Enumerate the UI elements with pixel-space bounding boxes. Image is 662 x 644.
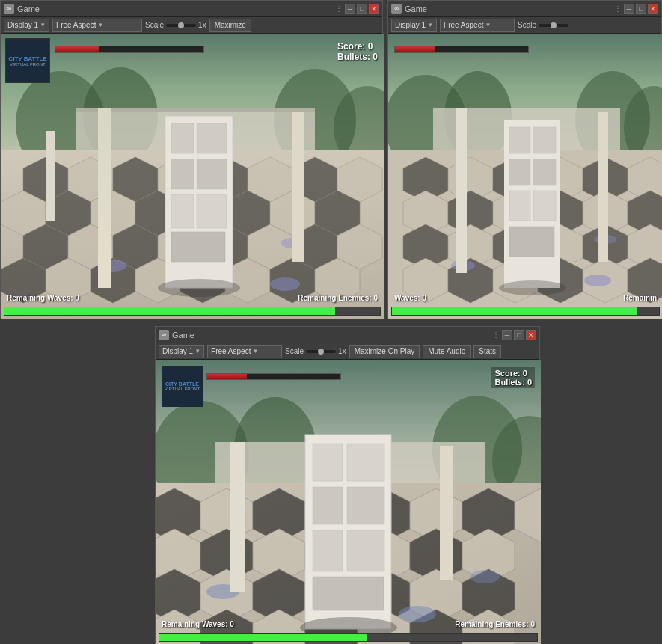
close-btn-2[interactable]: ✕: [648, 4, 658, 14]
title-controls-1: ⋮ ─ □ ✕: [335, 4, 379, 14]
scene-2: [388, 34, 662, 319]
svg-point-55: [158, 279, 240, 297]
game-icon-3: ∞: [159, 330, 169, 340]
svg-rect-52: [171, 194, 194, 228]
scale-slider-1[interactable]: [166, 24, 196, 27]
toolbar-1: Display 1 ▼ Free Aspect ▼ Scale 1x Maxim…: [1, 17, 382, 34]
svg-rect-54: [171, 232, 225, 262]
svg-rect-99: [533, 191, 556, 221]
svg-rect-148: [313, 487, 343, 524]
dots-icon-3: ⋮: [492, 331, 500, 339]
aspect-dropdown-3[interactable]: Free Aspect ▼: [207, 345, 282, 358]
scale-control-2: Scale: [518, 21, 568, 29]
svg-rect-95: [533, 127, 556, 153]
minimize-btn-1[interactable]: ─: [345, 4, 355, 14]
mute-audio-btn-3[interactable]: Mute Audio: [423, 345, 471, 358]
close-btn-3[interactable]: ✕: [526, 330, 536, 340]
title-bar-3: ∞ Game ⋮ ─ □ ✕: [156, 327, 539, 343]
svg-point-101: [499, 280, 566, 295]
svg-rect-48: [171, 123, 194, 153]
svg-rect-49: [197, 123, 227, 153]
window-title-1: Game: [17, 4, 332, 13]
scale-control-3: Scale 1x: [285, 347, 346, 355]
title-bar-2: ∞ Game ⋮ ─ □ ✕: [388, 1, 661, 17]
scale-slider-3[interactable]: [306, 350, 336, 353]
window-title-2: Game: [405, 4, 611, 13]
svg-point-153: [300, 617, 397, 638]
viewport-2: Waves: 0 Remainin: [388, 34, 662, 319]
scene-3: [156, 360, 541, 644]
svg-rect-152: [313, 577, 384, 610]
title-bar-1: ∞ Game ⋮ ─ □ ✕: [1, 1, 382, 17]
maximize-play-btn-3[interactable]: Maximize On Play: [349, 345, 420, 358]
viewport-3: CITY BATTLE VIRTUAL FRONT Score: 0 Bulle…: [156, 360, 541, 644]
svg-rect-91: [456, 108, 467, 273]
svg-rect-50: [171, 159, 194, 189]
svg-rect-97: [533, 159, 556, 185]
minimize-btn-3[interactable]: ─: [502, 330, 512, 340]
svg-rect-146: [313, 444, 343, 481]
svg-rect-150: [313, 530, 343, 571]
scale-value-1: 1x: [198, 21, 206, 29]
svg-rect-45: [292, 112, 304, 262]
svg-rect-51: [197, 159, 227, 189]
svg-rect-98: [509, 191, 530, 221]
svg-rect-149: [347, 487, 384, 524]
svg-rect-94: [509, 127, 530, 153]
svg-rect-141: [230, 442, 245, 592]
svg-rect-142: [440, 446, 453, 580]
game-window-1: ∞ Game ⋮ ─ □ ✕ Display 1 ▼ Free Aspect ▼…: [0, 0, 383, 318]
svg-rect-92: [598, 112, 608, 262]
svg-point-89: [584, 275, 611, 286]
svg-rect-151: [347, 530, 384, 571]
display-dropdown-2[interactable]: Display 1 ▼: [391, 19, 437, 32]
stats-btn-3[interactable]: Stats: [473, 345, 501, 358]
toolbar-3: Display 1 ▼ Free Aspect ▼ Scale 1x Maxim…: [156, 343, 539, 360]
game-window-3: ∞ Game ⋮ ─ □ ✕ Display 1 ▼ Free Aspect ▼…: [155, 326, 540, 644]
toolbar-2: Display 1 ▼ Free Aspect ▼ Scale: [388, 17, 661, 34]
viewport-1: CITY BATTLE VIRTUAL FRONT Score: 0 Bulle…: [1, 34, 384, 319]
maximize-btn-1[interactable]: □: [357, 4, 367, 14]
maximize-btn-2[interactable]: □: [636, 4, 646, 14]
svg-point-41: [270, 277, 300, 291]
maximize-play-btn-1[interactable]: Maximize: [209, 19, 251, 32]
scale-control-1: Scale 1x: [145, 21, 206, 29]
close-btn-1[interactable]: ✕: [369, 4, 379, 14]
game-icon-2: ∞: [391, 4, 402, 14]
scale-slider-2[interactable]: [539, 24, 568, 27]
title-controls-3: ⋮ ─ □ ✕: [492, 330, 536, 340]
title-controls-2: ⋮ ─ □ ✕: [614, 4, 658, 14]
scale-label-2: Scale: [518, 21, 536, 29]
scale-value-3: 1x: [338, 347, 346, 355]
display-dropdown-1[interactable]: Display 1 ▼: [4, 19, 49, 32]
aspect-dropdown-1[interactable]: Free Aspect ▼: [52, 19, 142, 32]
game-window-2: ∞ Game ⋮ ─ □ ✕ Display 1 ▼ Free Aspect ▼…: [387, 0, 662, 318]
dots-icon-1: ⋮: [335, 4, 343, 13]
aspect-dropdown-2[interactable]: Free Aspect ▼: [440, 19, 515, 32]
maximize-btn-3[interactable]: □: [514, 330, 524, 340]
svg-rect-100: [509, 227, 554, 257]
scale-label-3: Scale: [285, 347, 304, 355]
display-dropdown-3[interactable]: Display 1 ▼: [159, 345, 204, 358]
scale-label-1: Scale: [145, 21, 164, 29]
scene-1: [1, 34, 384, 319]
svg-point-140: [470, 570, 500, 583]
window-title-3: Game: [172, 331, 489, 340]
svg-rect-44: [98, 108, 111, 288]
svg-rect-56: [46, 131, 55, 221]
game-icon-1: ∞: [4, 4, 14, 14]
svg-point-139: [399, 606, 436, 622]
svg-rect-147: [347, 444, 384, 481]
svg-rect-53: [197, 194, 227, 228]
dots-icon-2: ⋮: [614, 4, 622, 13]
minimize-btn-2[interactable]: ─: [624, 4, 634, 14]
svg-rect-96: [509, 159, 530, 185]
